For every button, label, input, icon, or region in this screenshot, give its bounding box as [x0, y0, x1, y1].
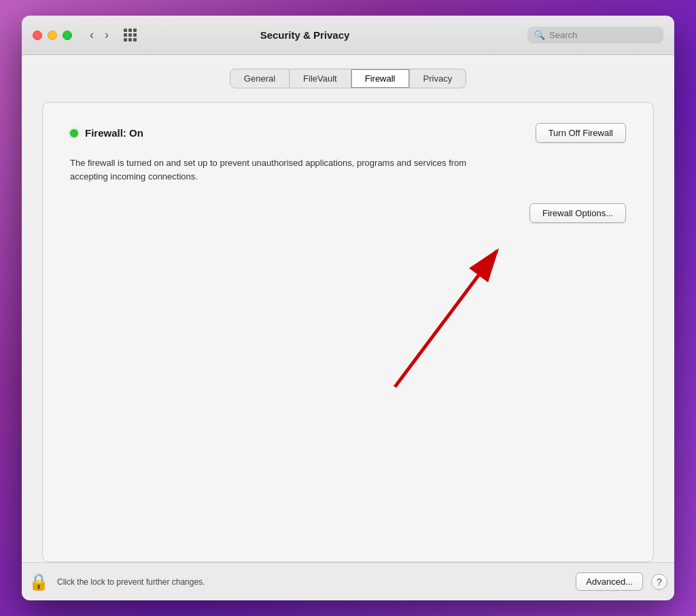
firewall-status-label: Firewall: On — [85, 127, 143, 139]
content-area: General FileVault Firewall Privacy Firew… — [22, 55, 674, 562]
arrow-annotation — [354, 224, 544, 400]
firewall-status-row: Firewall: On Turn Off Firewall — [70, 123, 626, 143]
help-button[interactable]: ? — [651, 574, 667, 590]
tab-general[interactable]: General — [230, 69, 290, 88]
titlebar: ‹ › Security & Privacy 🔍 — [22, 16, 674, 55]
turn-off-firewall-button[interactable]: Turn Off Firewall — [536, 123, 626, 143]
firewall-panel: Firewall: On Turn Off Firewall The firew… — [42, 102, 654, 562]
main-window: ‹ › Security & Privacy 🔍 General FileVau… — [22, 16, 674, 600]
window-title: Security & Privacy — [90, 29, 519, 41]
firewall-description: The firewall is turned on and set up to … — [70, 156, 491, 183]
status-indicator — [70, 129, 78, 137]
tab-filevault[interactable]: FileVault — [290, 69, 351, 88]
svg-line-1 — [395, 251, 497, 387]
search-icon: 🔍 — [534, 30, 545, 40]
tab-privacy[interactable]: Privacy — [410, 69, 467, 88]
search-input[interactable] — [549, 30, 657, 40]
tabs-bar: General FileVault Firewall Privacy — [42, 69, 654, 88]
lock-icon[interactable]: 🔒 — [29, 572, 49, 592]
status-left: Firewall: On — [70, 127, 143, 139]
search-box[interactable]: 🔍 — [527, 27, 663, 44]
lock-label: Click the lock to prevent further change… — [57, 577, 568, 587]
tab-firewall[interactable]: Firewall — [351, 69, 410, 88]
close-button[interactable] — [33, 31, 42, 40]
minimize-button[interactable] — [48, 31, 57, 40]
maximize-button[interactable] — [63, 31, 72, 40]
advanced-button[interactable]: Advanced... — [576, 572, 643, 591]
firewall-options-button[interactable]: Firewall Options... — [529, 203, 626, 223]
bottom-bar: 🔒 Click the lock to prevent further chan… — [22, 562, 674, 600]
firewall-options-row: Firewall Options... — [70, 203, 626, 223]
traffic-lights — [33, 31, 72, 40]
